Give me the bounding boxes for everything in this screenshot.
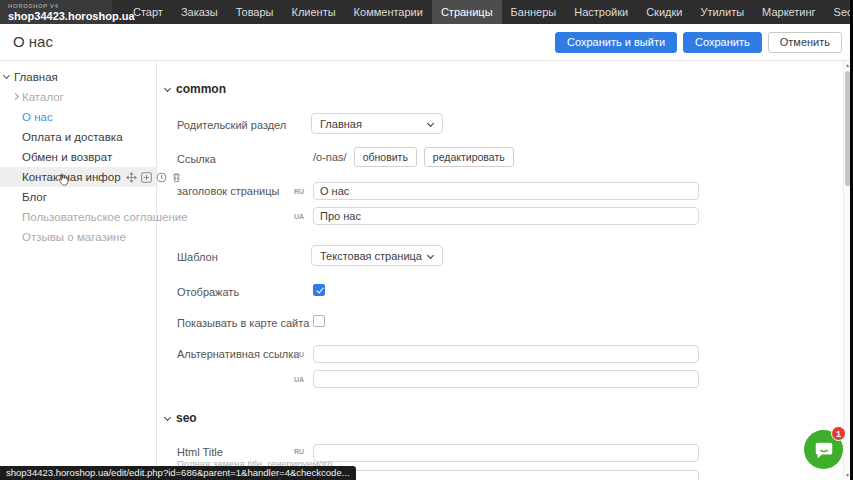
- chat-icon: [813, 439, 835, 461]
- app-window: HOROSHOP V4 shop34423.horoshop.ua Старт …: [0, 0, 853, 480]
- menu-item-seo[interactable]: Seo: [825, 0, 853, 24]
- html-title-label: Html Title: [177, 446, 223, 458]
- chat-widget-button[interactable]: 1: [804, 430, 843, 469]
- chevron-down-icon: [164, 85, 171, 92]
- alt-link-ua-input[interactable]: [313, 370, 699, 388]
- tree-item-label: Обмен и возврат: [22, 151, 112, 163]
- page-edit-form: common Родительский раздел Главная Ссылк…: [158, 61, 843, 480]
- tree-item-label: О нас: [22, 111, 53, 123]
- parent-section-select[interactable]: Главная: [311, 113, 443, 134]
- menu-item-start[interactable]: Старт: [124, 0, 172, 24]
- add-page-icon[interactable]: [141, 172, 152, 183]
- pages-tree-sidebar: Главная Каталог О нас Оплата и доставка …: [0, 61, 157, 480]
- lang-ru-badge: RU: [290, 351, 304, 358]
- template-label: Шаблон: [177, 251, 218, 263]
- link-value: /o-nas/: [313, 151, 347, 163]
- top-menubar: HOROSHOP V4 shop34423.horoshop.ua Старт …: [0, 0, 853, 24]
- section-seo-header[interactable]: seo: [165, 411, 197, 425]
- tree-item-kontaktnaya-informatsiya[interactable]: Контактная инфор: [0, 167, 156, 187]
- page-title-ua-input[interactable]: [313, 207, 699, 225]
- chevron-right-icon[interactable]: [12, 93, 19, 100]
- save-and-exit-button[interactable]: Сохранить и выйти: [555, 32, 677, 53]
- tree-item-label: Блог: [22, 191, 47, 203]
- logo[interactable]: HOROSHOP V4 shop34423.horoshop.ua: [0, 0, 112, 24]
- tree-item-label: Каталог: [22, 91, 64, 103]
- menu-item-banners[interactable]: Баннеры: [502, 0, 566, 24]
- drag-move-icon[interactable]: [126, 172, 137, 183]
- link-refresh-button[interactable]: обновить: [354, 147, 417, 167]
- parent-section-value: Главная: [320, 118, 362, 130]
- tree-item-otzyvy-o-magazine[interactable]: Отзывы о магазине: [0, 227, 156, 247]
- chevron-down-icon: [427, 120, 434, 127]
- section-common-header[interactable]: common: [165, 82, 226, 96]
- tree-item-glavnaya[interactable]: Главная: [0, 67, 156, 87]
- chat-unread-badge: 1: [831, 426, 846, 441]
- tree-item-label: Контактная инфор: [22, 171, 121, 183]
- logo-version-label: HOROSHOP V4: [8, 3, 102, 10]
- chevron-down-icon: [427, 252, 434, 259]
- cancel-button[interactable]: Отменить: [768, 32, 842, 53]
- section-seo-label: seo: [176, 411, 197, 425]
- page-title-label: заголовок страницы: [177, 185, 279, 197]
- vertical-scrollbar[interactable]: ▲ ▼: [843, 61, 850, 480]
- html-title-ru-input[interactable]: [313, 444, 699, 462]
- menu-item-marketing[interactable]: Маркетинг: [753, 0, 824, 24]
- chevron-down-icon: [164, 414, 171, 421]
- tree-item-label: Главная: [14, 71, 58, 83]
- lang-ru-badge: RU: [290, 188, 304, 195]
- tree-item-o-nas[interactable]: О нас: [0, 107, 156, 127]
- template-value: Текстовая страница: [320, 250, 422, 262]
- menu-item-products[interactable]: Товары: [227, 0, 283, 24]
- tree-item-label: Отзывы о магазине: [22, 231, 126, 243]
- save-button[interactable]: Сохранить: [683, 32, 762, 53]
- tree-item-oplata-i-dostavka[interactable]: Оплата и доставка: [0, 127, 156, 147]
- display-checkbox[interactable]: [313, 284, 325, 296]
- tree-item-polzovatelskoe-soglashenie[interactable]: Пользовательское соглашение: [0, 207, 156, 227]
- tree-item-label: Пользовательское соглашение: [22, 211, 188, 223]
- settings-icon[interactable]: [156, 172, 167, 183]
- page-title: О нас: [13, 33, 53, 50]
- menu-item-pages[interactable]: Страницы: [432, 0, 502, 24]
- menu-item-comments[interactable]: Комментарии: [345, 0, 432, 24]
- display-label: Отображать: [177, 286, 239, 298]
- chevron-down-icon[interactable]: [3, 72, 10, 79]
- alt-link-ru-input[interactable]: [313, 345, 699, 363]
- tree-item-katalog[interactable]: Каталог: [0, 87, 156, 107]
- main-menu: Старт Заказы Товары Клиенты Комментарии …: [124, 0, 853, 24]
- html-title-ua-input[interactable]: [313, 470, 699, 480]
- template-select[interactable]: Текстовая страница: [311, 245, 443, 266]
- status-url-bar: shop34423.horoshop.ua/edit/edit.php?id=6…: [0, 466, 356, 480]
- menu-item-clients[interactable]: Клиенты: [283, 0, 345, 24]
- link-label: Ссылка: [177, 153, 216, 165]
- sitemap-checkbox[interactable]: [313, 315, 325, 327]
- lang-ua-badge: UA: [290, 213, 304, 220]
- page-title-ru-input[interactable]: [313, 182, 699, 200]
- delete-icon[interactable]: [171, 172, 182, 183]
- menu-item-discounts[interactable]: Скидки: [637, 0, 691, 24]
- lang-ua-badge: UA: [290, 376, 304, 383]
- section-common-label: common: [176, 82, 226, 96]
- menu-item-utilities[interactable]: Утилиты: [691, 0, 753, 24]
- menu-item-orders[interactable]: Заказы: [172, 0, 227, 24]
- page-header: О нас Сохранить и выйти Сохранить Отмени…: [0, 24, 853, 61]
- tree-item-blog[interactable]: Блог: [0, 187, 156, 207]
- menu-item-settings[interactable]: Настройки: [565, 0, 637, 24]
- alt-link-label: Альтернативная ссылка: [177, 348, 299, 360]
- lang-ru-badge: RU: [290, 448, 304, 455]
- tree-item-label: Оплата и доставка: [22, 131, 123, 143]
- link-edit-button[interactable]: редактировать: [424, 147, 514, 167]
- sitemap-label: Показывать в карте сайта: [177, 317, 309, 329]
- logo-domain-label: shop34423.horoshop.ua: [8, 10, 102, 22]
- parent-section-label: Родительский раздел: [177, 119, 286, 131]
- tree-item-obmen-i-vozvrat[interactable]: Обмен и возврат: [0, 147, 156, 167]
